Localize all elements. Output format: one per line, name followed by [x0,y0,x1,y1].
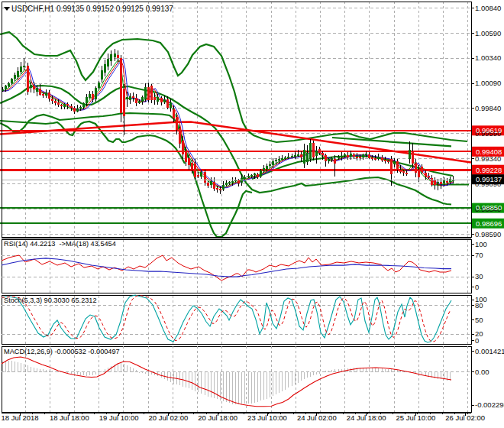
svg-text:23 Jul 10:00: 23 Jul 10:00 [247,413,287,422]
svg-text:MACD(12,26,9) -0.000532 -0.000: MACD(12,26,9) -0.000532 -0.000497 [4,348,120,355]
svg-text:0.001421: 0.001421 [475,347,504,355]
svg-text:USDCHF,H1 0.99135 0.99152 0.99: USDCHF,H1 0.99135 0.99152 0.99125 0.9913… [11,5,173,13]
svg-text:0: 0 [475,336,479,345]
svg-text:19 Jul 10:00: 19 Jul 10:00 [99,413,139,422]
svg-text:-0.002298: -0.002298 [475,400,504,409]
svg-text:26 Jul 02:00: 26 Jul 02:00 [445,413,485,422]
svg-text:18 Jul 18:00: 18 Jul 18:00 [50,413,89,422]
svg-text:20 Jul 18:00: 20 Jul 18:00 [198,413,237,422]
svg-text:1.00090: 1.00090 [475,79,501,87]
svg-text:0.98696: 0.98696 [476,219,502,228]
svg-text:0.99408: 0.99408 [476,148,502,156]
svg-text:1.00340: 1.00340 [475,54,501,62]
svg-text:0.99840: 0.99840 [475,104,501,112]
svg-text:25 Jul 10:00: 25 Jul 10:00 [396,413,436,422]
svg-text:Stoch(5,3,3) 90.3030 65.2312: Stoch(5,3,3) 90.3030 65.2312 [4,297,97,304]
svg-text:RSI(14) 44.2213 ->MA(18) 43.5: RSI(14) 44.2213 ->MA(18) 43.5454 [4,240,116,248]
svg-text:20 Jul 02:00: 20 Jul 02:00 [149,413,189,422]
svg-text:100: 100 [475,240,487,248]
svg-text:1.00840: 1.00840 [475,4,501,12]
svg-text:0.98850: 0.98850 [476,203,502,212]
svg-text:24 Jul 18:00: 24 Jul 18:00 [347,413,386,422]
svg-text:30: 30 [475,272,483,280]
svg-text:0.99619: 0.99619 [476,126,502,135]
svg-text:50: 50 [475,316,483,324]
svg-text:1.00590: 1.00590 [475,29,501,37]
svg-text:18 Jul 2018: 18 Jul 2018 [1,413,38,422]
svg-text:0.98590: 0.98590 [475,230,501,238]
svg-text:0: 0 [475,283,479,291]
svg-text:0.99340: 0.99340 [475,154,501,163]
svg-text:24 Jul 02:00: 24 Jul 02:00 [297,413,337,422]
svg-text:0.99137: 0.99137 [476,175,502,183]
svg-text:0.00: 0.00 [475,368,489,376]
svg-text:70: 70 [475,251,483,259]
svg-text:0.99228: 0.99228 [476,166,502,174]
svg-text:80: 80 [475,301,483,310]
